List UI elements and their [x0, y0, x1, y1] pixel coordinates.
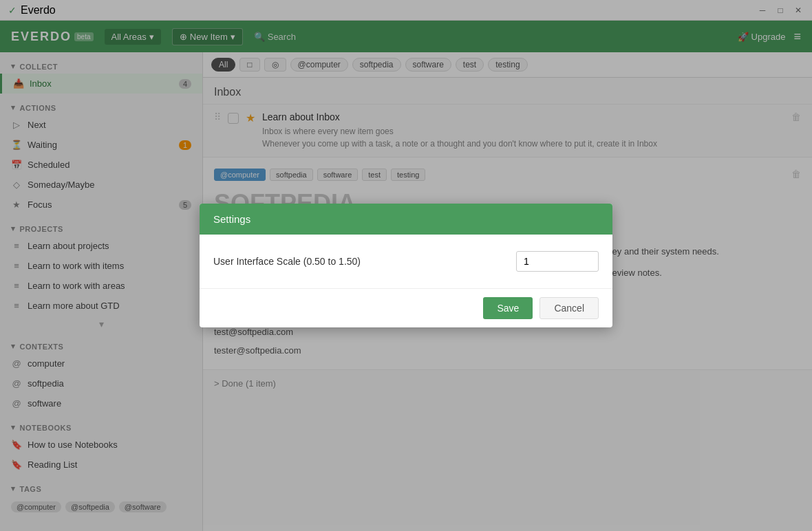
settings-modal-footer: Save Cancel [200, 288, 612, 327]
ui-scale-label: User Interface Scale (0.50 to 1.50) [213, 256, 502, 267]
modal-overlay: Settings User Interface Scale (0.50 to 1… [0, 0, 812, 531]
settings-modal: Settings User Interface Scale (0.50 to 1… [200, 204, 612, 327]
cancel-button[interactable]: Cancel [539, 297, 599, 319]
settings-modal-header: Settings [200, 204, 612, 235]
save-button[interactable]: Save [483, 297, 533, 319]
ui-scale-input[interactable] [516, 251, 599, 272]
settings-modal-body: User Interface Scale (0.50 to 1.50) [200, 235, 612, 288]
